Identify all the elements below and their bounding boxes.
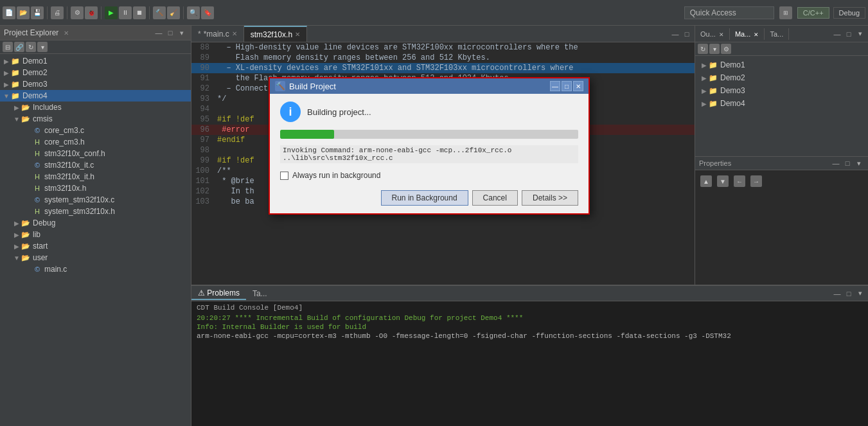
tree-item-demo3[interactable]: ▶ 📁 Demo3 bbox=[0, 78, 191, 90]
right-tab-outline[interactable]: Ou... ✕ bbox=[695, 28, 730, 40]
problems-icon: ⚠ bbox=[198, 288, 207, 297]
bottom-tab-problems[interactable]: ⚠ Problems bbox=[191, 287, 246, 300]
tree-item-includes[interactable]: ▶ 📂 Includes bbox=[0, 102, 191, 113]
clean-icon[interactable]: 🧹 bbox=[167, 6, 180, 19]
bottom-maximize[interactable]: □ bbox=[844, 288, 854, 299]
tree-item-stm32-conf-h[interactable]: H stm32f10x_conf.h bbox=[0, 148, 191, 159]
right-filter-icon[interactable]: ▾ bbox=[709, 44, 720, 54]
maximize-editor-btn[interactable]: □ bbox=[682, 29, 692, 39]
save-icon[interactable]: 💾 bbox=[31, 6, 44, 19]
tree-item-stm32-it-c[interactable]: © stm32f10x_it.c bbox=[0, 159, 191, 171]
close-outline-tab[interactable]: ✕ bbox=[719, 31, 724, 38]
bottom-minimize[interactable]: — bbox=[832, 288, 842, 299]
close-tab-stm32[interactable]: ✕ bbox=[295, 31, 300, 38]
nav-prev-icon[interactable]: ← bbox=[734, 175, 745, 187]
code-line-88: 88 – High-density value line devices are… bbox=[191, 42, 695, 53]
collapse-all-icon[interactable]: ⊟ bbox=[3, 42, 13, 52]
maximize-btn[interactable]: □ bbox=[165, 28, 175, 38]
tree-item-core-cm3-c[interactable]: © core_cm3.c bbox=[0, 125, 191, 136]
tree-item-demo1[interactable]: ▶ 📁 Demo1 bbox=[0, 55, 191, 67]
new-icon[interactable]: 📄 bbox=[3, 6, 15, 19]
project-tree: ▶ 📁 Demo1 ▶ 📁 Demo2 ▶ 📁 Demo3 ▼ 📁 Demo4 bbox=[0, 54, 191, 426]
tab-stm32f10x-h[interactable]: stm32f10x.h ✕ bbox=[244, 26, 307, 42]
bookmark-icon[interactable]: 🔖 bbox=[201, 6, 214, 19]
center-right-area: * *main.c ✕ stm32f10x.h ✕ — □ bbox=[191, 26, 868, 426]
right-panel-maximize[interactable]: □ bbox=[844, 29, 854, 39]
right-tree-demo1[interactable]: ▶ 📁 Demo1 bbox=[695, 58, 868, 71]
arrow-demo3: ▶ bbox=[3, 81, 10, 88]
collapse-btn[interactable]: — bbox=[154, 28, 164, 38]
cancel-btn[interactable]: Cancel bbox=[472, 190, 518, 206]
dialog-close-btn[interactable]: ✕ bbox=[573, 81, 583, 91]
debug-icon[interactable]: 🐞 bbox=[85, 6, 98, 19]
minimize-editor-btn[interactable]: — bbox=[670, 29, 680, 39]
search-icon[interactable]: 🔍 bbox=[187, 6, 200, 19]
close-tab-main-c[interactable]: ✕ bbox=[232, 30, 237, 37]
tree-item-stm32f10x-h[interactable]: H stm32f10x.h bbox=[0, 182, 191, 194]
right-tab-ta[interactable]: Ta... bbox=[765, 28, 789, 40]
props-maximize[interactable]: □ bbox=[842, 158, 853, 168]
props-minimize[interactable]: — bbox=[831, 158, 841, 168]
right-bottom-content: ▲ ▼ ← → bbox=[695, 170, 868, 285]
dialog-minimize-btn[interactable]: — bbox=[550, 81, 560, 91]
editor-container: * *main.c ✕ stm32f10x.h ✕ — □ bbox=[191, 26, 695, 285]
folder-icon-includes: 📂 bbox=[21, 102, 31, 112]
close-main-tab[interactable]: ✕ bbox=[754, 31, 759, 38]
link-editor-icon[interactable]: 🔗 bbox=[14, 42, 24, 52]
details-btn[interactable]: Details >> bbox=[522, 190, 578, 206]
nav-down-icon[interactable]: ▼ bbox=[717, 175, 729, 187]
right-tab-main[interactable]: Ma... ✕ bbox=[730, 28, 765, 40]
perspective-icon[interactable]: ⊞ bbox=[779, 6, 792, 19]
build-icon[interactable]: 🔨 bbox=[153, 6, 166, 19]
right-panel-minimize[interactable]: — bbox=[832, 29, 842, 39]
close-explorer-icon[interactable]: ✕ bbox=[64, 30, 69, 37]
debug-perspective-btn[interactable]: Debug bbox=[833, 7, 865, 19]
tree-item-demo4[interactable]: ▼ 📁 Demo4 bbox=[0, 90, 191, 102]
print-icon[interactable]: 🖨 bbox=[51, 6, 64, 19]
open-icon[interactable]: 📂 bbox=[17, 6, 30, 19]
tree-item-lib[interactable]: ▶ 📂 lib bbox=[0, 229, 191, 240]
quick-access-box[interactable]: Quick Access bbox=[684, 6, 774, 19]
bottom-menu[interactable]: ▾ bbox=[855, 288, 865, 299]
explorer-actions: — □ ▾ bbox=[154, 28, 187, 38]
right-panel-menu[interactable]: ▾ bbox=[855, 29, 865, 39]
tree-item-system-c[interactable]: © system_stm32f10x.c bbox=[0, 194, 191, 206]
tree-item-system-h[interactable]: H system_stm32f10x.h bbox=[0, 206, 191, 217]
tree-item-user[interactable]: ▼ 📂 user bbox=[0, 252, 191, 263]
tree-item-core-cm3-h[interactable]: H core_cm3.h bbox=[0, 136, 191, 148]
tree-item-cmsis[interactable]: ▼ 📂 cmsis bbox=[0, 113, 191, 125]
project-icon-demo4: 📁 bbox=[10, 91, 21, 101]
filter-icon[interactable]: ▾ bbox=[37, 42, 48, 52]
right-settings-icon[interactable]: ⚙ bbox=[721, 44, 731, 54]
right-tree-demo4[interactable]: ▶ 📁 Demo4 bbox=[695, 97, 868, 110]
sync-icon[interactable]: ↻ bbox=[26, 42, 36, 52]
always-run-background-checkbox[interactable] bbox=[280, 172, 288, 180]
pause-icon[interactable]: ⏸ bbox=[119, 6, 132, 19]
nav-next-icon[interactable]: → bbox=[750, 175, 762, 187]
nav-up-icon[interactable]: ▲ bbox=[700, 175, 712, 187]
tab-main-c[interactable]: * *main.c ✕ bbox=[191, 26, 244, 42]
system-h-label: system_stm32f10x.h bbox=[44, 207, 115, 216]
run-icon[interactable]: ▶ bbox=[105, 6, 118, 19]
dialog-command-text: Invoking Command: arm-none-eabi-gcc -mcp… bbox=[280, 145, 578, 163]
stop-icon[interactable]: ⏹ bbox=[133, 6, 146, 19]
right-tree-demo3[interactable]: ▶ 📁 Demo3 bbox=[695, 84, 868, 97]
tree-item-main-c[interactable]: © main.c bbox=[0, 263, 191, 275]
project-icon-demo1: 📁 bbox=[10, 56, 21, 66]
tree-item-start[interactable]: ▶ 📂 start bbox=[0, 240, 191, 252]
props-menu[interactable]: ▾ bbox=[854, 158, 864, 168]
perspective-cpp-btn[interactable]: C/C++ bbox=[797, 7, 829, 19]
bottom-tab-tasks[interactable]: Ta... bbox=[246, 288, 274, 299]
dialog-maximize-btn[interactable]: □ bbox=[562, 81, 572, 91]
sep1 bbox=[47, 6, 48, 19]
tree-item-demo2[interactable]: ▶ 📁 Demo2 bbox=[0, 67, 191, 78]
run-in-background-btn[interactable]: Run in Background bbox=[381, 190, 468, 206]
right-demo4-label: Demo4 bbox=[720, 99, 745, 108]
stm32-it-h-label: stm32f10x_it.h bbox=[44, 172, 94, 181]
tree-item-debug-folder[interactable]: ▶ 📂 Debug bbox=[0, 217, 191, 229]
menu-btn[interactable]: ▾ bbox=[177, 28, 187, 38]
right-tree-demo2[interactable]: ▶ 📁 Demo2 bbox=[695, 71, 868, 84]
right-refresh-icon[interactable]: ↻ bbox=[698, 44, 708, 54]
settings-icon[interactable]: ⚙ bbox=[71, 6, 84, 19]
tree-item-stm32-it-h[interactable]: H stm32f10x_it.h bbox=[0, 171, 191, 182]
